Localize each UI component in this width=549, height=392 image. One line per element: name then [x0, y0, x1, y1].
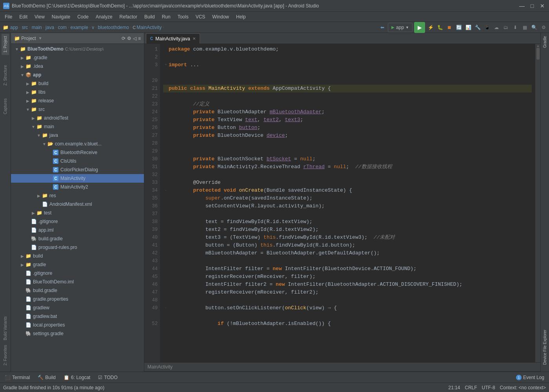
project-dropdown-icon[interactable]: ▼ [38, 36, 42, 40]
menu-run[interactable]: Run [159, 13, 174, 21]
breadcrumb-main[interactable]: main [32, 25, 42, 30]
tree-item-gradle-root[interactable]: ▶ 📁 gradle [11, 260, 144, 269]
tree-item-test[interactable]: ▶ 📁 test [11, 209, 144, 217]
tree-item-gitignore-app[interactable]: 📄 .gitignore [11, 217, 144, 226]
breadcrumb-example[interactable]: example [70, 25, 88, 30]
tree-item-mainactivity2[interactable]: C MainActivity2 [11, 183, 144, 191]
tree-item-libs[interactable]: ▶ 📁 libs [11, 88, 144, 96]
encoding[interactable]: UTF-8 [482, 385, 495, 390]
menu-file[interactable]: File [2, 13, 15, 21]
flash-icon[interactable]: ⚡ [427, 24, 434, 31]
tree-item-build-gradle-root[interactable]: 🐘 build.gradle [11, 286, 144, 295]
tree-item-colorpicker[interactable]: C ColorPickerDialog [11, 165, 144, 174]
breadcrumb-java[interactable]: java [45, 25, 54, 30]
menu-view[interactable]: View [31, 13, 48, 21]
sync-icon[interactable]: 🔄 [455, 24, 463, 31]
breadcrumb-v[interactable]: v [92, 25, 94, 30]
editor-tab-mainactivity[interactable]: C MainActivity.java ✕ [146, 33, 200, 44]
tree-item-idea-dir[interactable]: ▶ 📁 .idea [11, 62, 144, 71]
build-tab[interactable]: 🔨 Build [35, 373, 59, 382]
tree-item-src[interactable]: ▼ 📁 src [11, 105, 144, 114]
panel-collapse-icon[interactable]: ◁ [133, 36, 136, 41]
tree-item-proguard[interactable]: 📄 proguard-rules.pro [11, 243, 144, 252]
search-icon[interactable]: 🔍 [530, 24, 538, 31]
project-tab[interactable]: 1: Project [2, 34, 9, 55]
menu-window[interactable]: Window [209, 13, 232, 21]
panel-sync-icon[interactable]: ⟳ [122, 36, 125, 41]
close-button[interactable]: ✕ [539, 2, 546, 9]
tree-item-gradle-props[interactable]: 📄 gradle.properties [11, 295, 144, 303]
menu-code[interactable]: Code [74, 13, 92, 21]
gradle-sync-icon[interactable]: ☁ [493, 24, 500, 31]
tree-item-local-props[interactable]: 📄 local.properties [11, 321, 144, 329]
logcat-tab[interactable]: 📋 6: Logcat [60, 373, 93, 382]
gradle-side-tab[interactable]: Gradle [541, 33, 549, 51]
tree-item-package[interactable]: ▼ 📂 com.example.v.bluet... [11, 140, 144, 148]
tree-item-res[interactable]: ▶ 📁 res [11, 191, 144, 200]
cursor-position[interactable]: 21:14 [448, 385, 460, 390]
tree-item-java[interactable]: ▼ 📁 java [11, 131, 144, 140]
code-content[interactable]: package com.example.v.bluetoothdemo; + i… [160, 44, 535, 362]
menu-navigate[interactable]: Navigate [49, 13, 73, 21]
menu-build[interactable]: Build [141, 13, 158, 21]
favorites-tab[interactable]: 2: Favorites [2, 343, 9, 368]
tree-item-root[interactable]: ▼ 📁 BlueToothDemo C:\Users\1\Desktop\ [11, 45, 144, 53]
stop-icon[interactable]: ⏹ [445, 24, 453, 31]
breadcrumb-com[interactable]: com [58, 25, 67, 30]
download-icon[interactable]: ⬇ [511, 24, 519, 31]
menu-refactor[interactable]: Refactor [116, 13, 140, 21]
tree-item-manifest[interactable]: 📄 AndroidManifest.xml [11, 200, 144, 209]
tree-item-gitignore-root[interactable]: 📄 .gitignore [11, 269, 144, 278]
menu-tools[interactable]: Tools [175, 13, 192, 21]
panel-settings-icon[interactable]: ≡ [138, 36, 141, 41]
tree-item-btdemo-iml[interactable]: 📄 BlueToothDemo.iml [11, 278, 144, 286]
scroll-thumb[interactable] [536, 48, 540, 60]
sdk-icon[interactable]: 🔧 [474, 24, 482, 31]
menu-edit[interactable]: Edit [16, 13, 31, 21]
captures-tab[interactable]: Captures [2, 96, 9, 117]
back-nav-icon[interactable]: ⬅ [378, 24, 386, 31]
tree-item-build-root[interactable]: ▶ 📁 build [11, 252, 144, 260]
tree-item-androidtest[interactable]: ▶ 📁 androidTest [11, 114, 144, 122]
run-button[interactable]: ▶ [414, 22, 425, 33]
profile-icon[interactable]: 📊 [464, 24, 472, 31]
editor-scrollbar[interactable]: ▲ [535, 44, 540, 362]
breadcrumb-app[interactable]: app [10, 25, 18, 30]
avd-icon[interactable]: 📱 [483, 24, 491, 31]
minimize-button[interactable]: — [518, 2, 525, 9]
breadcrumb-mainactivity[interactable]: MainActivity [136, 25, 162, 30]
breadcrumb-src[interactable]: src [22, 25, 28, 30]
tree-item-main[interactable]: ▼ 📁 main [11, 122, 144, 131]
tree-item-gradle-dir[interactable]: ▶ 📁 .gradle [11, 53, 144, 62]
layout-icon[interactable]: ▦ [521, 24, 529, 31]
tree-item-clsutils[interactable]: C ClsUtils [11, 157, 144, 165]
tree-item-build-gradle-app[interactable]: 🐘 build.gradle [11, 234, 144, 243]
tree-item-gradlew[interactable]: 📄 gradlew [11, 303, 144, 312]
tree-item-app-iml[interactable]: 📄 app.iml [11, 226, 144, 234]
panel-gear-icon[interactable]: ⚙ [127, 36, 131, 41]
tree-item-mainactivity[interactable]: C MainActivity [11, 174, 144, 183]
terminal-tab[interactable]: ⬛ Terminal [2, 373, 33, 382]
tree-item-settings-gradle[interactable]: 🐘 settings.gradle [11, 329, 144, 338]
run-config-dropdown[interactable]: ▶ app ▼ [388, 23, 413, 32]
build-variants-tab[interactable]: Build Variants [2, 314, 9, 343]
tree-item-build[interactable]: ▶ 📁 build [11, 79, 144, 88]
event-log-tab[interactable]: 1 Event Log [513, 373, 547, 382]
debug-icon[interactable]: 🐛 [436, 24, 444, 31]
menu-help[interactable]: Help [233, 13, 249, 21]
tree-item-app[interactable]: ▼ 📦 app [11, 71, 144, 79]
settings-icon[interactable]: ⚙ [540, 24, 547, 31]
breadcrumb-bluetoothdemo[interactable]: bluetoothdemo [98, 25, 129, 30]
tree-item-release[interactable]: ▶ 📁 release [11, 96, 144, 105]
line-separator[interactable]: CRLF [465, 385, 477, 390]
menu-analyze[interactable]: Analyze [93, 13, 116, 21]
tree-item-gradlew-bat[interactable]: 📄 gradlew.bat [11, 312, 144, 321]
structure-icon[interactable]: 🗂 [502, 24, 510, 31]
device-file-explorer-tab[interactable]: Device File Explorer [541, 327, 549, 368]
structure-tab[interactable]: Z: Structure [2, 63, 9, 88]
tree-item-btreceiver[interactable]: C BluetoothReceive [11, 148, 144, 157]
maximize-button[interactable]: □ [529, 2, 536, 9]
todo-tab[interactable]: ☑ TODO [95, 373, 120, 382]
menu-vcs[interactable]: VCS [193, 13, 209, 21]
tab-close-button[interactable]: ✕ [193, 36, 196, 41]
